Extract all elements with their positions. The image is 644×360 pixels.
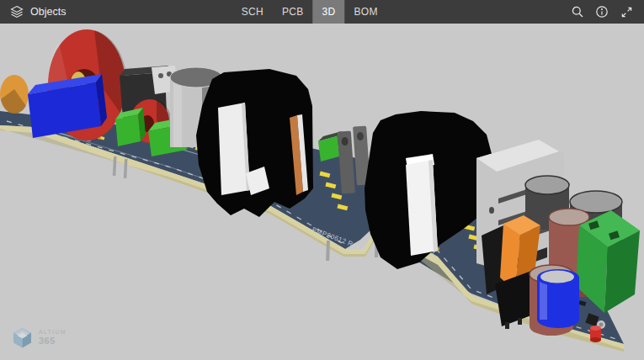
capacitor-blue-cylinder[interactable] bbox=[537, 269, 579, 328]
altium-logo-icon bbox=[11, 326, 34, 349]
tab-sch[interactable]: SCH bbox=[232, 0, 273, 24]
watermark-product: 365 bbox=[39, 336, 67, 346]
fullscreen-button[interactable] bbox=[617, 3, 636, 21]
toolbar-actions bbox=[568, 3, 644, 21]
fullscreen-icon bbox=[620, 6, 633, 19]
objects-label: Objects bbox=[30, 6, 66, 18]
transformer-1[interactable] bbox=[196, 69, 313, 217]
layers-icon bbox=[10, 5, 24, 19]
pcb-3d-viewport[interactable]: PMP20612 Rev A bbox=[0, 24, 644, 360]
tab-pcb[interactable]: PCB bbox=[273, 0, 313, 24]
info-button[interactable] bbox=[593, 3, 611, 21]
search-button[interactable] bbox=[568, 3, 587, 21]
green-box-1[interactable] bbox=[115, 108, 146, 146]
altium-viewer-window: Objects SCH PCB 3D BOM bbox=[0, 0, 644, 360]
toolbar: Objects SCH PCB 3D BOM bbox=[0, 0, 644, 24]
info-icon bbox=[595, 5, 609, 19]
search-icon bbox=[571, 5, 584, 19]
objects-button[interactable]: Objects bbox=[0, 5, 66, 19]
disc-capacitor-orange[interactable] bbox=[0, 75, 29, 114]
tab-bom[interactable]: BOM bbox=[345, 0, 387, 24]
view-tabs: SCH PCB 3D BOM bbox=[232, 0, 387, 24]
altium-365-watermark: ALTIUM 365 bbox=[11, 326, 67, 349]
tab-3d[interactable]: 3D bbox=[313, 0, 345, 24]
pcb-3d-scene[interactable]: PMP20612 Rev A bbox=[0, 24, 644, 360]
watermark-brand: ALTIUM bbox=[39, 330, 67, 336]
